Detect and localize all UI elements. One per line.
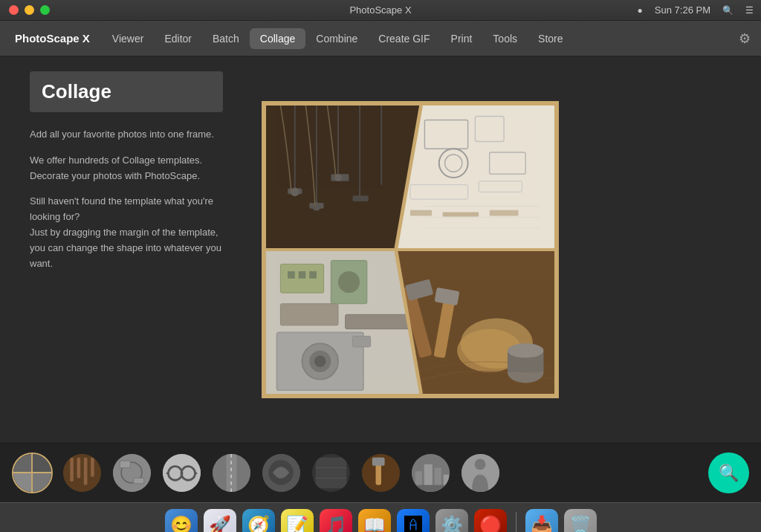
search-add-button[interactable]: 🔍 [708, 452, 749, 493]
maximize-button[interactable] [40, 5, 50, 15]
panel-title: Collage [30, 71, 223, 112]
svg-rect-93 [412, 485, 450, 492]
system-time: Sun 7:26 PM [655, 4, 710, 16]
close-button[interactable] [9, 5, 19, 15]
thumbnail-9[interactable] [410, 452, 451, 493]
svg-rect-35 [346, 314, 410, 328]
thumbnail-8[interactable] [360, 452, 401, 493]
svg-rect-30 [299, 271, 306, 279]
dock-finder[interactable]: 😊 [165, 509, 198, 533]
books-icon: 📖 [363, 515, 386, 533]
thumbnail-2[interactable] [62, 452, 103, 493]
svg-rect-29 [288, 271, 295, 279]
nav-item-viewer[interactable]: Viewer [102, 28, 155, 49]
panel-text-1: Add all your favorite photos into one fr… [30, 127, 223, 143]
nav-item-tools[interactable]: Tools [482, 28, 528, 49]
thumbnail-4[interactable] [161, 452, 202, 493]
thumbnail-6[interactable] [261, 452, 302, 493]
dock-trash[interactable]: 🗑️ [564, 509, 597, 533]
window-title: PhotoScape X [349, 4, 411, 16]
app-red-icon: 🔴 [479, 515, 502, 533]
svg-rect-63 [77, 458, 81, 479]
notes-icon: 📝 [286, 515, 308, 533]
main-content: Collage Add all your favorite photos int… [0, 56, 761, 443]
settings-dock-icon: ⚙️ [441, 515, 463, 533]
nav-bar: PhotoScape X Viewer Editor Batch Collage… [0, 21, 761, 56]
dock-settings[interactable]: ⚙️ [435, 509, 468, 533]
svg-point-95 [475, 458, 486, 470]
svg-point-39 [314, 356, 326, 368]
finder-icon: 😊 [170, 515, 192, 533]
nav-item-print[interactable]: Print [441, 28, 483, 49]
music-icon: 🎵 [325, 515, 347, 533]
downloads-icon: 📥 [531, 515, 553, 533]
dock-safari[interactable]: 🧭 [242, 509, 275, 533]
svg-point-51 [508, 343, 544, 357]
svg-rect-34 [280, 304, 338, 325]
menu-icon[interactable]: ☰ [745, 5, 754, 16]
svg-rect-87 [372, 458, 385, 466]
svg-rect-64 [84, 458, 88, 485]
svg-rect-69 [134, 478, 144, 483]
dock-downloads[interactable]: 📥 [525, 509, 558, 533]
svg-rect-77 [227, 454, 237, 492]
svg-rect-23 [410, 210, 432, 216]
dock-app-red[interactable]: 🔴 [474, 509, 507, 533]
minimize-button[interactable] [25, 5, 34, 15]
thumbnail-10[interactable] [460, 452, 501, 493]
search-icon[interactable]: 🔍 [722, 5, 734, 16]
nav-item-collage[interactable]: Collage [250, 28, 305, 49]
svg-point-33 [338, 271, 360, 293]
svg-point-11 [291, 188, 299, 197]
nav-item-editor[interactable]: Editor [154, 28, 202, 49]
title-bar-icons: ● Sun 7:26 PM 🔍 ☰ [638, 4, 754, 16]
svg-marker-58 [32, 473, 51, 492]
thumbnail-3[interactable] [111, 452, 152, 493]
svg-rect-40 [352, 336, 370, 347]
svg-marker-57 [13, 473, 32, 492]
search-icon: 🔍 [719, 464, 739, 483]
svg-rect-25 [490, 210, 519, 216]
svg-point-12 [312, 202, 321, 211]
dock-books[interactable]: 📖 [358, 509, 391, 533]
dock-launchpad[interactable]: 🚀 [204, 509, 236, 533]
svg-rect-82 [316, 458, 347, 489]
svg-rect-68 [120, 461, 130, 467]
dock-music[interactable]: 🎵 [320, 509, 352, 533]
svg-rect-10 [352, 195, 368, 201]
svg-rect-66 [113, 454, 151, 492]
svg-rect-62 [70, 458, 74, 481]
thumbnail-5[interactable] [211, 452, 252, 493]
thumbnails-strip: 🔍 [0, 443, 761, 502]
wifi-icon: ● [638, 5, 643, 16]
svg-marker-56 [32, 454, 51, 473]
thumbnail-1[interactable] [12, 452, 53, 493]
svg-rect-61 [63, 454, 101, 492]
svg-rect-24 [443, 213, 479, 217]
svg-rect-31 [309, 271, 317, 279]
thumbnail-7[interactable] [311, 452, 352, 493]
nav-item-combine[interactable]: Combine [305, 28, 368, 49]
safari-icon: 🧭 [247, 515, 270, 533]
launchpad-icon: 🚀 [209, 515, 231, 533]
appstore-icon: 🅰 [404, 515, 422, 533]
panel-text-2: We offer hundreds of Collage templates. … [30, 153, 223, 184]
left-panel: Collage Add all your favorite photos int… [30, 71, 223, 282]
trash-icon: 🗑️ [569, 515, 592, 533]
nav-item-create-gif[interactable]: Create GIF [368, 28, 440, 49]
dock-notes[interactable]: 📝 [281, 509, 314, 533]
nav-item-batch[interactable]: Batch [202, 28, 250, 49]
dock-appstore[interactable]: 🅰 [397, 509, 430, 533]
panel-text-3: Still haven't found the template what yo… [30, 194, 223, 271]
dock: 😊 🚀 🧭 📝 🎵 📖 🅰 ⚙️ 🔴 📥 🗑️ [0, 502, 761, 532]
svg-rect-92 [444, 475, 449, 492]
nav-item-store[interactable]: Store [528, 28, 573, 49]
dock-separator [516, 512, 516, 533]
collage-display[interactable] [262, 101, 559, 398]
svg-rect-65 [91, 458, 94, 477]
title-bar: PhotoScape X ● Sun 7:26 PM 🔍 ☰ [0, 0, 761, 21]
settings-icon[interactable]: ⚙ [734, 28, 755, 49]
app-title: PhotoScape X [6, 32, 99, 45]
window-controls [9, 5, 50, 15]
